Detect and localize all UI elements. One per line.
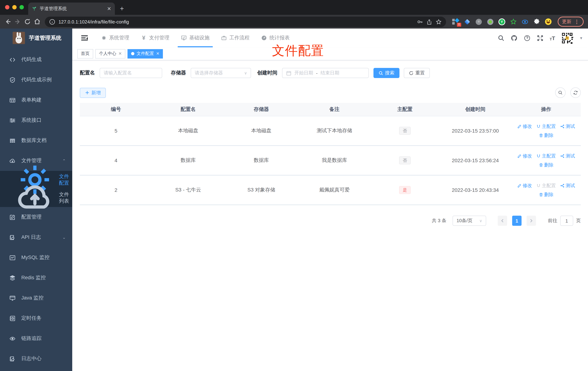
table-header-row: 编号 配置名 存储器 备注 主配置 创建时间 操作 [80,103,581,116]
sidebar-logo[interactable]: 芋道管理系统 [0,29,72,47]
font-size-icon[interactable]: TT [550,35,555,41]
prev-page-button[interactable] [498,216,507,226]
extension-dot-icon[interactable] [487,18,494,25]
collapse-sidebar-icon[interactable] [81,34,88,42]
plus-icon [85,90,90,95]
window-controls[interactable] [5,5,24,9]
magnet-icon [536,154,541,158]
share-icon[interactable] [426,19,432,25]
test-button[interactable]: 测试 [560,182,575,189]
sidebar-item-file-list[interactable]: 文件列表 [0,189,72,207]
test-button[interactable]: 测试 [560,153,575,159]
magnifier-icon [378,71,383,75]
reload-button[interactable] [24,18,31,25]
page-size-select[interactable]: 10条/页 ∨ [452,216,486,226]
goto-page-input[interactable]: 1 [560,216,573,226]
sidebar-item-java-monitor[interactable]: Java 监控 [0,288,72,308]
sidebar-item-form-builder[interactable]: 表单构建 [0,90,72,110]
show-search-button[interactable] [555,87,566,98]
tab-close-icon[interactable]: ✕ [107,6,111,11]
storage-select[interactable]: 请选择存储器 ∨ [191,68,251,78]
edit-button[interactable]: 修改 [517,182,532,189]
col-actions: 操作 [511,103,581,116]
col-master: 主配置 [371,103,439,116]
home-button[interactable] [34,18,41,25]
extension-y-icon[interactable]: Y [498,18,505,25]
edit-button[interactable]: 修改 [517,123,532,129]
zoom-window-button[interactable] [20,5,24,9]
password-key-icon[interactable] [417,19,423,25]
user-dropdown-caret-icon[interactable]: ▼ [579,36,583,40]
tag-close-icon[interactable]: ✕ [156,51,159,56]
edit-button[interactable]: 修改 [517,153,532,159]
bookmark-star-icon[interactable] [436,19,442,25]
test-button[interactable]: 测试 [560,123,575,129]
sidebar-item-mysql-monitor[interactable]: MySQL 监控 [0,247,72,268]
address-bar[interactable]: 127.0.0.1:1024/infra/file/file-config [45,16,446,27]
tag-profile[interactable]: 个人中心 ✕ [95,49,125,58]
fullscreen-icon[interactable] [537,34,544,41]
set-master-button[interactable]: 主配置 [536,153,556,159]
sidebar-item-log-center[interactable]: 日志中心 [0,349,72,369]
share-nodes-icon [560,124,565,128]
extension-emoji-icon[interactable] [545,18,552,25]
sidebar-item-redis-monitor[interactable]: Redis 监控 [0,268,72,288]
sidebar-item-api-log[interactable]: API 日志 ⌄ [0,227,72,247]
close-window-button[interactable] [5,5,9,9]
tag-home[interactable]: 首页 [77,49,93,58]
delete-button[interactable]: 删除 [539,132,554,138]
header-actions: TT ▼ [498,29,583,47]
browser-tab[interactable]: 芋道管理系统 ✕ [28,2,115,15]
extension-grid-icon[interactable]: 11 [452,18,459,25]
avatar[interactable] [561,32,573,44]
delete-button[interactable]: 删除 [539,191,554,198]
forward-button[interactable] [14,18,21,25]
config-name-input[interactable]: 请输入配置名 [100,68,162,78]
extension-puzzle-icon[interactable] [533,18,540,25]
dashboard-icon [261,35,267,41]
sidebar-item-system-api[interactable]: 系统接口 [0,110,72,130]
sidebar-item-tracing[interactable]: 链路追踪 [0,328,72,349]
extension-kite-icon[interactable] [464,18,471,25]
set-master-button[interactable]: 主配置 [536,123,556,129]
tag-file-config[interactable]: 文件配置 ✕ [127,49,163,58]
refresh-table-button[interactable] [570,87,581,98]
sidebar-item-code-generation[interactable]: 代码生成 [0,50,72,70]
storage-label: 存储器 [171,70,186,76]
topnav-infrastructure[interactable]: 基础设施 [178,29,213,47]
extension-star-icon[interactable] [510,18,517,25]
sidebar-item-config-management[interactable]: 配置管理 [0,207,72,227]
sidebar-item-scheduled-tasks[interactable]: 定时任务 [0,308,72,328]
add-button[interactable]: 新增 [80,88,106,98]
help-icon[interactable] [524,34,531,41]
config-name-label: 配置名 [80,70,95,76]
back-button[interactable] [4,18,11,25]
topnav-system[interactable]: 系统管理 [97,29,133,47]
page-number-button[interactable]: 1 [512,216,522,226]
tag-close-icon[interactable]: ✕ [118,51,122,56]
sidebar-menu: 代码生成 代码生成示例 表单构建 系统接口 数据库文档 [0,50,72,369]
cloud-download-icon [9,158,16,164]
browser-menu-icon[interactable]: ⋮ [574,19,579,25]
sidebar-item-file-management[interactable]: 文件管理 ⌃ [0,151,72,171]
set-master-button-disabled: 主配置 [536,182,556,189]
next-page-button[interactable] [527,216,536,226]
extension-eye-icon[interactable] [522,18,528,25]
search-icon[interactable] [498,34,504,41]
delete-button[interactable]: 删除 [539,162,554,168]
date-range-picker[interactable]: 开始日期 - 结束日期 [282,68,369,78]
topnav-workflow[interactable]: 工作流程 [218,29,253,47]
search-button[interactable]: 搜索 [373,68,399,78]
sidebar-item-db-doc[interactable]: 数据库文档 [0,130,72,151]
shield-check-icon [9,77,16,83]
sidebar-item-code-demo[interactable]: 代码生成示例 [0,70,72,90]
topnav-payment[interactable]: ¥ 支付管理 [138,29,173,47]
reset-button[interactable]: 重置 [404,68,430,78]
refresh-icon [573,90,578,95]
new-tab-button[interactable]: + [120,5,124,13]
browser-update-button[interactable]: 更新 ⋮ [558,17,584,27]
extension-command-icon[interactable]: ⌗ [475,18,482,25]
github-icon[interactable] [511,34,518,41]
site-info-icon[interactable] [49,19,55,25]
minimize-window-button[interactable] [12,5,17,9]
